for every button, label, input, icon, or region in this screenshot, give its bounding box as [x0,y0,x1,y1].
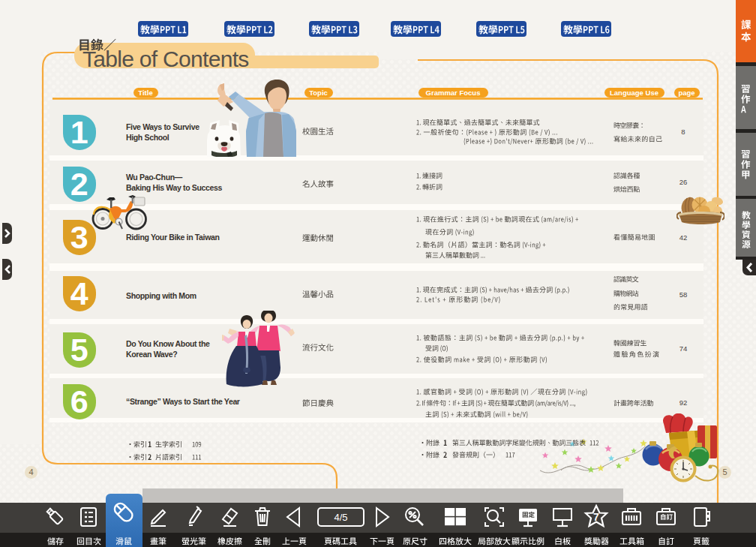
svg-text:7: 7 [593,511,599,523]
